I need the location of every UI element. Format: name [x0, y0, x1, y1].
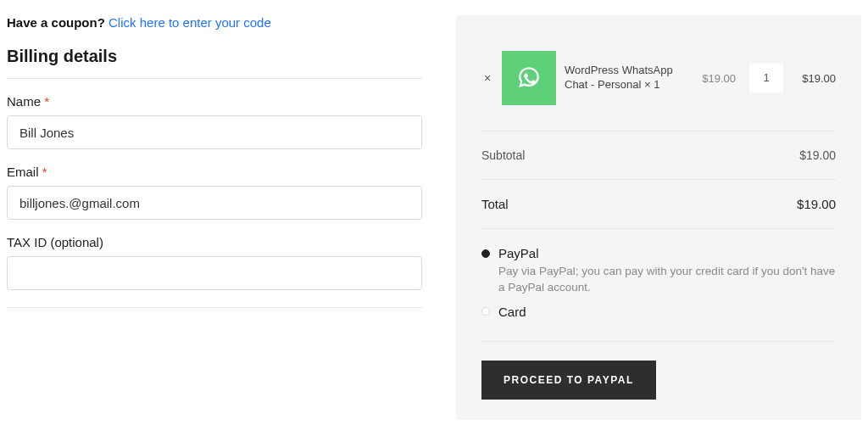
line-total: $19.00 [797, 72, 836, 85]
taxid-input[interactable] [7, 256, 422, 290]
card-radio[interactable] [481, 307, 490, 316]
order-summary-column: × WordPress WhatsApp Chat - Personal × 1… [456, 15, 861, 420]
email-required-indicator: * [42, 165, 47, 179]
coupon-question: Have a coupon? [7, 15, 105, 30]
paypal-description: Pay via PayPal; you can pay with your cr… [498, 264, 836, 296]
billing-heading: Billing details [7, 47, 422, 66]
quantity-input[interactable]: 1 [749, 64, 783, 92]
coupon-toggle-link[interactable]: Click here to enter your code [108, 15, 271, 30]
billing-divider-top [7, 78, 422, 79]
paypal-label: PayPal [498, 246, 539, 260]
total-amount: $19.00 [797, 197, 836, 211]
paypal-radio[interactable] [481, 249, 490, 258]
subtotal-row: Subtotal $19.00 [481, 131, 836, 180]
billing-column: Have a coupon? Click here to enter your … [7, 15, 422, 420]
email-input[interactable] [7, 186, 422, 220]
email-field-group: Email * [7, 165, 422, 220]
name-label-text: Name [7, 94, 41, 109]
subtotal-amount: $19.00 [799, 148, 836, 162]
email-label-text: Email [7, 165, 39, 179]
card-label: Card [498, 305, 526, 319]
name-label: Name * [7, 94, 422, 109]
proceed-to-paypal-button[interactable]: PROCEED TO PAYPAL [481, 361, 656, 400]
name-field-group: Name * [7, 94, 422, 149]
total-label: Total [481, 197, 509, 211]
unit-price: $19.00 [697, 72, 736, 85]
taxid-field-group: TAX ID (optional) [7, 235, 422, 290]
order-line-item: × WordPress WhatsApp Chat - Personal × 1… [481, 36, 836, 131]
billing-divider-bottom [7, 307, 422, 308]
subtotal-label: Subtotal [481, 148, 525, 162]
whatsapp-icon [513, 61, 545, 96]
payment-option-paypal[interactable]: PayPal Pay via PayPal; you can pay with … [481, 246, 836, 296]
total-row: Total $19.00 [481, 180, 836, 229]
product-name: WordPress WhatsApp Chat - Personal × 1 [565, 64, 688, 92]
payment-methods: PayPal Pay via PayPal; you can pay with … [481, 229, 836, 342]
payment-option-card[interactable]: Card [481, 305, 836, 319]
name-input[interactable] [7, 115, 422, 149]
product-thumbnail [502, 51, 556, 105]
email-label: Email * [7, 165, 422, 179]
coupon-notice: Have a coupon? Click here to enter your … [7, 15, 422, 30]
remove-item-button[interactable]: × [481, 71, 493, 85]
taxid-label: TAX ID (optional) [7, 235, 422, 249]
name-required-indicator: * [44, 94, 49, 109]
